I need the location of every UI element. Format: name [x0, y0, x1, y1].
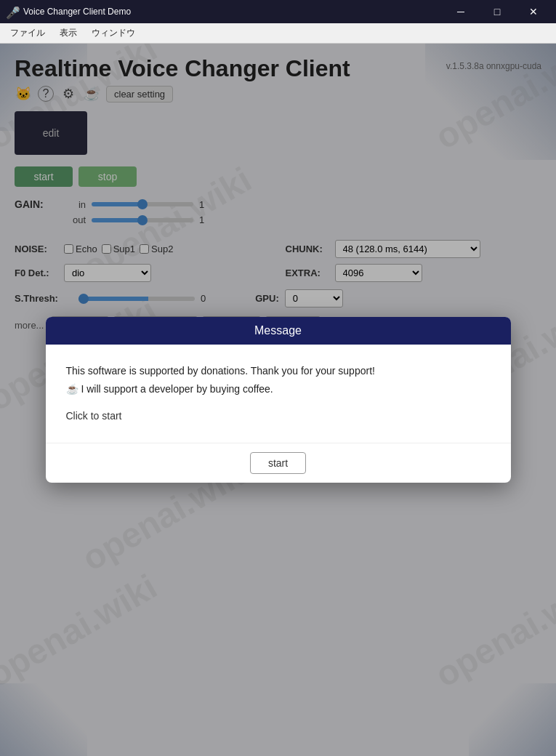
minimize-button[interactable]: ─: [444, 0, 478, 23]
titlebar-controls: ─ □ ✕: [444, 0, 550, 23]
titlebar-title: Voice Changer Client Demo: [23, 7, 131, 17]
titlebar: 🎤 Voice Changer Client Demo ─ □ ✕: [0, 0, 556, 23]
modal-line2: ☕ I will support a developer by buying c…: [66, 380, 491, 398]
titlebar-left: 🎤 Voice Changer Client Demo: [6, 6, 131, 17]
modal-title: Message: [254, 324, 302, 337]
modal-header: Message: [46, 317, 511, 345]
app-icon: 🎤: [6, 6, 17, 17]
menu-file[interactable]: ファイル: [3, 24, 52, 42]
modal-body: This software is supported by donations.…: [46, 345, 511, 443]
close-button[interactable]: ✕: [517, 0, 550, 23]
modal-overlay: Message This software is supported by do…: [0, 44, 556, 756]
message-modal: Message This software is supported by do…: [46, 317, 511, 483]
modal-click-start: Click to start: [66, 407, 491, 425]
menu-view[interactable]: 表示: [52, 24, 84, 42]
modal-footer: start: [46, 443, 511, 483]
modal-line1: This software is supported by donations.…: [66, 362, 491, 380]
menubar: ファイル 表示 ウィンドウ: [0, 23, 556, 44]
modal-coffee-icon: ☕: [66, 383, 78, 395]
modal-start-button[interactable]: start: [250, 452, 306, 474]
menu-window[interactable]: ウィンドウ: [84, 24, 142, 42]
maximize-button[interactable]: □: [480, 0, 514, 23]
main-content: openai.wiki openai.wiki openai.wiki open…: [0, 44, 556, 756]
modal-line2-text: I will support a developer by buying cof…: [81, 383, 273, 395]
